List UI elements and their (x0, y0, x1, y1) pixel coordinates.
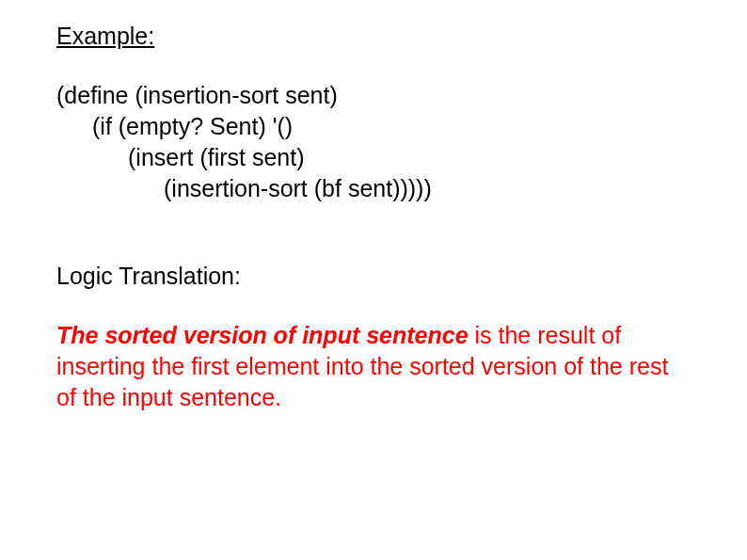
code-line: (if (empty? Sent) '() (56, 111, 691, 142)
code-line: (define (insertion-sort sent) (56, 80, 691, 111)
code-line: (insertion-sort (bf sent))))) (56, 173, 691, 204)
translation-text: The sorted version of input sentence is … (56, 320, 691, 413)
translation-emphasis: The sorted version of input sentence (56, 322, 469, 348)
logic-translation-heading: Logic Translation: (56, 261, 691, 292)
code-block: (define (insertion-sort sent) (if (empty… (56, 80, 691, 204)
code-line: (insert (first sent) (56, 142, 691, 173)
example-heading: Example: (56, 21, 691, 52)
slide-content: Example: (define (insertion-sort sent) (… (0, 0, 747, 434)
